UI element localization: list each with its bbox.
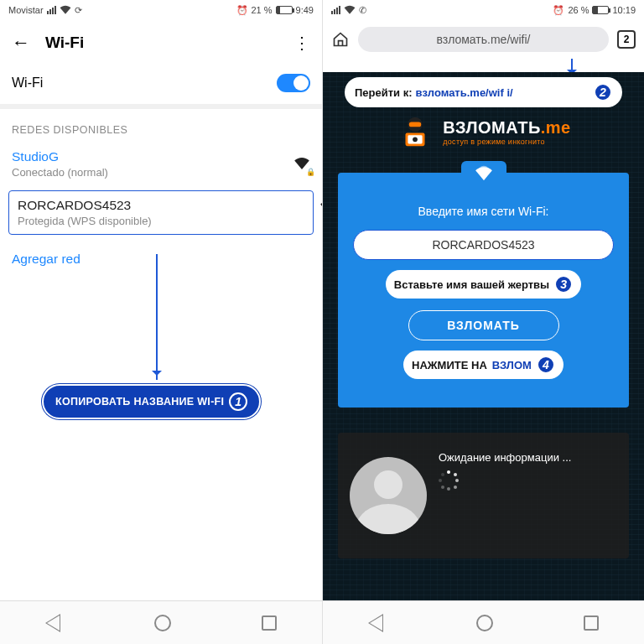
step-2-pill: Перейти к: взломать.me/wif i/ 2	[345, 77, 622, 107]
step-2-badge: 2	[594, 83, 612, 101]
page-title: Wi-Fi	[45, 34, 84, 52]
step-4-pill: НАЖМИТЕ НА ВЗЛОМ 4	[403, 351, 564, 379]
step-4-highlight: ВЗЛОМ	[492, 359, 532, 371]
site-brand: ВЗЛОМАТЬ.me доступ в режиме инкогнито	[323, 112, 644, 151]
nav-home-button[interactable]	[476, 615, 493, 631]
nav-recent-button[interactable]	[262, 615, 277, 631]
wifi-status-icon	[60, 4, 71, 16]
wifi-icon: 🔒	[293, 156, 310, 173]
brand-tagline: доступ в режиме инкогнито	[443, 138, 570, 146]
sync-icon: ⟳	[75, 5, 82, 16]
clock: 10:19	[612, 5, 636, 15]
nav-recent-button[interactable]	[584, 615, 599, 631]
battery-icon	[592, 6, 609, 14]
network-name: RORCARDOS4523	[18, 198, 304, 213]
network-status: Conectado (normal)	[12, 166, 108, 179]
waiting-panel: Ожидание информации ...	[338, 433, 629, 558]
nav-home-button[interactable]	[154, 615, 171, 631]
wifi-tab-icon	[461, 161, 506, 184]
home-icon[interactable]	[331, 31, 350, 48]
avatar-placeholder-icon	[350, 457, 427, 534]
network-status: Protegida (WPS disponible)	[18, 215, 304, 227]
available-networks-label: REDES DISPONIBLES	[0, 104, 322, 143]
step-4-prefix: НАЖМИТЕ НА	[412, 359, 487, 371]
battery-pct: 26 %	[568, 5, 589, 15]
page-content: Перейти к: взломать.me/wif i/ 2 ВЗЛОМАТЬ…	[323, 72, 644, 600]
add-network-button[interactable]: Agregar red	[0, 238, 322, 280]
step-1-badge: 1	[229, 392, 247, 411]
network-name: StudioG	[12, 149, 108, 164]
step-1-pill: КОПИРОВАТЬ НАЗВАНИЕ WI-FI 1	[42, 384, 261, 419]
settings-header: ← Wi-Fi ⋮	[0, 20, 322, 62]
step-4-badge: 4	[537, 356, 555, 374]
tutorial-arrow	[156, 254, 158, 380]
battery-icon	[276, 6, 293, 14]
lock-icon: 🔒	[306, 168, 315, 176]
svg-point-4	[413, 137, 418, 142]
step-2-prefix: Перейти к:	[355, 86, 413, 99]
step-3-badge: 3	[554, 275, 573, 293]
wifi-toggle[interactable]	[277, 74, 310, 92]
svg-rect-1	[409, 122, 421, 127]
step-3-pill: Вставьте имя вашей жертвы 3	[386, 270, 581, 299]
step-1-label: КОПИРОВАТЬ НАЗВАНИЕ WI-FI	[55, 396, 224, 408]
form-prompt: Введите имя сети Wi-Fi:	[353, 205, 614, 218]
back-icon[interactable]: ←	[12, 32, 30, 54]
browser-toolbar: взломать.me/wifi/ 2	[323, 20, 644, 59]
status-bar: ✆ ⏰ 26 % 10:19	[323, 0, 644, 20]
wifi-toggle-row[interactable]: Wi-Fi	[0, 62, 322, 104]
waiting-text: Ожидание информации ...	[439, 451, 571, 464]
nav-back-button[interactable]	[368, 614, 387, 632]
network-item-connected[interactable]: StudioG Conectado (normal) 🔒	[0, 143, 322, 187]
alarm-icon: ⏰	[236, 5, 248, 16]
signal-icon	[331, 6, 340, 14]
hack-form-card: Введите имя сети Wi-Fi: RORCARDOS4523 Вс…	[338, 173, 629, 408]
nav-back-button[interactable]	[45, 614, 64, 632]
wifi-status-icon	[344, 4, 356, 16]
hacker-icon	[396, 112, 434, 151]
battery-pct: 21 %	[252, 5, 273, 15]
hack-button[interactable]: ВЗЛОМАТЬ	[408, 310, 559, 340]
right-phone-screenshot: ✆ ⏰ 26 % 10:19 взломать.me/wifi/ 2 Перей…	[322, 0, 644, 644]
tab-count-button[interactable]: 2	[617, 30, 636, 49]
network-name-input[interactable]: RORCARDOS4523	[353, 230, 614, 260]
android-nav-bar	[0, 600, 322, 644]
carrier-name: Movistar	[8, 5, 44, 15]
clock: 9:49	[296, 5, 314, 15]
more-icon[interactable]: ⋮	[293, 33, 310, 53]
whatsapp-icon: ✆	[359, 5, 366, 16]
spinner-icon	[439, 470, 459, 491]
left-phone-screenshot: Movistar ⟳ ⏰ 21 % 9:49 ← Wi-Fi ⋮ Wi-Fi R…	[0, 0, 322, 644]
signal-icon	[47, 6, 56, 14]
android-nav-bar	[323, 600, 644, 644]
brand-suffix: .me	[541, 118, 571, 137]
step-3-label: Вставьте имя вашей жертвы	[394, 278, 549, 291]
network-item-selected[interactable]: RORCARDOS4523 Protegida (WPS disponible)…	[8, 190, 314, 235]
step-2-link: взломать.me/wif i/	[416, 86, 513, 99]
brand-name: ВЗЛОМАТЬ	[443, 118, 541, 137]
alarm-icon: ⏰	[553, 5, 564, 16]
wifi-toggle-label: Wi-Fi	[12, 75, 43, 91]
url-bar[interactable]: взломать.me/wifi/	[358, 27, 609, 52]
status-bar: Movistar ⟳ ⏰ 21 % 9:49	[0, 0, 322, 20]
